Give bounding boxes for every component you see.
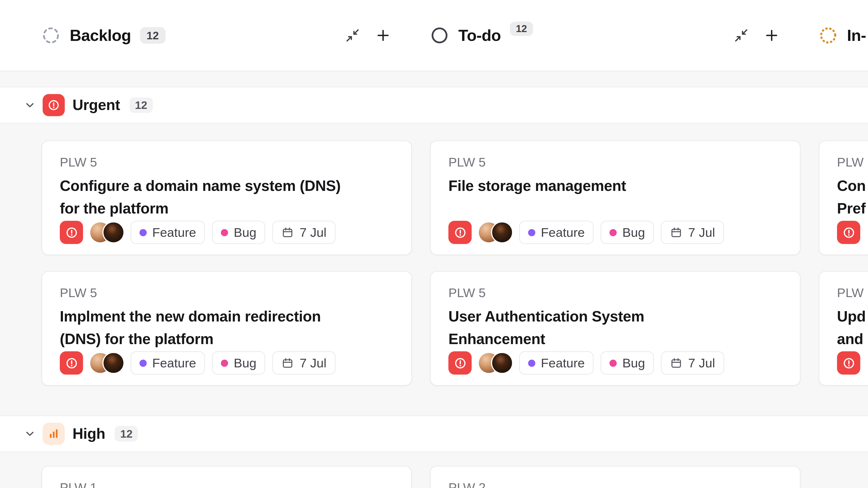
- tag-label: Feature: [152, 355, 196, 370]
- kanban-board: Backlog 12 To-do 12 In-: [0, 0, 868, 488]
- tag-feature[interactable]: Feature: [519, 351, 594, 375]
- tag-feature[interactable]: Feature: [131, 221, 205, 244]
- collapse-column-button[interactable]: [734, 28, 749, 43]
- tag-label: Feature: [541, 225, 585, 240]
- column-title-backlog: Backlog: [70, 26, 131, 44]
- chevron-down-icon[interactable]: [24, 428, 36, 440]
- assignee-avatars[interactable]: [90, 353, 123, 373]
- spacer: [819, 466, 868, 488]
- avatar: [103, 222, 123, 242]
- task-id: PLW 5: [60, 154, 394, 170]
- tag-label: Feature: [152, 225, 196, 240]
- column-header-todo: To-do 12: [430, 26, 800, 45]
- priority-urgent-icon[interactable]: [837, 221, 860, 244]
- priority-urgent-icon[interactable]: [60, 351, 83, 375]
- pink-dot-icon: [610, 359, 617, 367]
- add-task-button[interactable]: [375, 28, 391, 43]
- task-meta: [837, 221, 868, 244]
- column-title-in-progress: In-: [847, 26, 866, 44]
- assignee-avatars[interactable]: [479, 222, 512, 242]
- purple-dot-icon: [528, 229, 535, 236]
- task-title: File storage management: [448, 175, 782, 197]
- pink-dot-icon: [221, 359, 228, 367]
- urgent-card-zone: PLW 5 Configure a domain name system (DN…: [0, 123, 868, 416]
- due-date-chip[interactable]: 7 Jul: [661, 351, 724, 375]
- task-card[interactable]: PLW 5 File storage management Feature Bu…: [430, 140, 800, 255]
- calendar-icon: [670, 357, 683, 369]
- task-meta: Feature Bug 7 Jul: [448, 351, 782, 375]
- column-count-badge: 12: [510, 22, 533, 36]
- priority-urgent-icon[interactable]: [837, 351, 860, 375]
- task-card[interactable]: PLW 5 Implment the new domain redirectio…: [41, 271, 412, 386]
- board-header: Backlog 12 To-do 12 In-: [0, 0, 868, 71]
- task-id: PLW 2: [448, 480, 782, 488]
- task-id: PLW: [837, 285, 868, 300]
- task-id: PLW 5: [60, 285, 394, 300]
- tag-feature[interactable]: Feature: [131, 351, 205, 375]
- section-title: High: [72, 425, 105, 442]
- high-priority-icon: [43, 423, 65, 445]
- task-meta: Feature Bug 7 Jul: [60, 221, 394, 244]
- due-date-label: 7 Jul: [688, 355, 715, 370]
- avatar: [103, 353, 123, 373]
- pink-dot-icon: [610, 229, 617, 236]
- task-card[interactable]: PLW Con Pref: [819, 140, 868, 255]
- section-header-urgent: Urgent 12: [0, 87, 868, 123]
- task-id: PLW 1: [60, 480, 394, 488]
- collapse-column-button[interactable]: [345, 28, 361, 43]
- board-body: Urgent 12 PLW 5 Configure a domain name …: [0, 71, 868, 488]
- tag-feature[interactable]: Feature: [519, 221, 594, 244]
- avatar: [492, 222, 512, 242]
- priority-urgent-icon[interactable]: [60, 221, 83, 244]
- column-header-backlog: Backlog 12: [41, 26, 412, 45]
- task-title: Configure a domain name system (DNS) for…: [60, 175, 394, 220]
- assignee-avatars[interactable]: [479, 353, 512, 373]
- due-date-label: 7 Jul: [300, 225, 327, 240]
- due-date-chip[interactable]: 7 Jul: [272, 351, 335, 375]
- spacer: [0, 71, 868, 87]
- tag-bug[interactable]: Bug: [212, 351, 266, 375]
- column-header-in-progress: In-: [819, 26, 868, 45]
- task-card[interactable]: PLW 1: [41, 466, 412, 488]
- add-task-button[interactable]: [764, 28, 780, 43]
- section-header-high: High 12: [0, 416, 868, 452]
- task-id: PLW 5: [448, 154, 782, 170]
- section-count-badge: 12: [115, 426, 138, 442]
- priority-urgent-icon[interactable]: [448, 221, 472, 244]
- tag-bug[interactable]: Bug: [212, 221, 266, 244]
- tag-bug[interactable]: Bug: [601, 221, 654, 244]
- purple-dot-icon: [528, 359, 535, 367]
- assignee-avatars[interactable]: [90, 222, 123, 242]
- task-title: Implment the new domain redirection (DNS…: [60, 305, 394, 351]
- task-meta: [837, 351, 868, 375]
- backlog-status-icon: [41, 26, 60, 45]
- avatar: [492, 353, 512, 373]
- task-title: Con Pref: [837, 175, 868, 220]
- column-actions: [734, 28, 800, 43]
- purple-dot-icon: [140, 359, 147, 367]
- task-id: PLW: [837, 154, 868, 170]
- column-actions: [345, 28, 412, 43]
- section-count-badge: 12: [129, 97, 153, 113]
- tag-label: Feature: [541, 355, 585, 370]
- tag-bug[interactable]: Bug: [601, 351, 654, 375]
- pink-dot-icon: [221, 229, 228, 236]
- priority-urgent-icon[interactable]: [448, 351, 472, 375]
- high-card-zone: PLW 1 PLW 2: [0, 452, 868, 488]
- tag-label: Bug: [622, 225, 645, 240]
- task-card[interactable]: PLW 5 Configure a domain name system (DN…: [41, 140, 412, 255]
- in-progress-status-icon: [819, 26, 837, 45]
- due-date-label: 7 Jul: [300, 355, 327, 370]
- task-card[interactable]: PLW Upd and: [819, 271, 868, 386]
- task-title: Upd and: [837, 305, 868, 351]
- due-date-chip[interactable]: 7 Jul: [272, 221, 335, 244]
- tag-label: Bug: [234, 355, 256, 370]
- column-title-todo: To-do: [458, 26, 501, 44]
- section-title: Urgent: [72, 96, 120, 113]
- due-date-chip[interactable]: 7 Jul: [661, 221, 724, 244]
- chevron-down-icon[interactable]: [24, 99, 36, 111]
- task-card[interactable]: PLW 2: [430, 466, 800, 488]
- calendar-icon: [281, 357, 294, 369]
- calendar-icon: [670, 226, 683, 238]
- task-card[interactable]: PLW 5 User Authentication System Enhance…: [430, 271, 800, 386]
